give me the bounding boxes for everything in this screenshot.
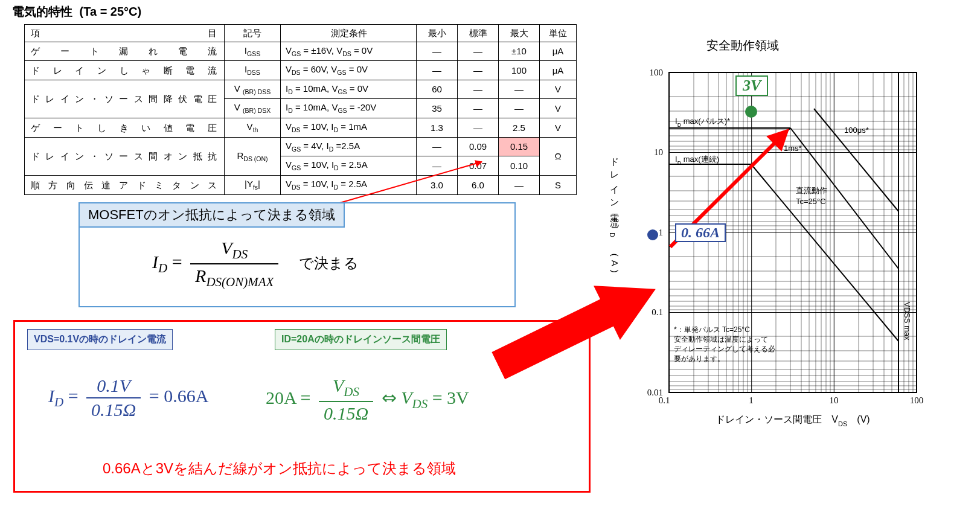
svg-text:100μs*: 100μs* — [844, 126, 869, 135]
equation-id-formula: ID = VDS RDS(ON)MAX で決まる — [152, 237, 359, 291]
table-header-row: 項目 記号 測定条件 最小 標準 最大 単位 — [25, 25, 577, 42]
svg-text:要があります。: 要があります。 — [674, 354, 725, 363]
table-row: 順方向伝達アドミタンス |Yfs| VDS = 10V, ID = 2.5A 3… — [25, 175, 577, 194]
tag-id-case: ID=20Aの時のドレインソース間電圧 — [275, 329, 447, 350]
col-unit: 単位 — [540, 25, 577, 42]
equation-box-header: MOSFETのオン抵抗によって決まる領域 — [78, 202, 345, 228]
svg-text:100: 100 — [910, 395, 924, 405]
col-symbol: 記号 — [225, 25, 281, 42]
svg-text:ディレーティングして考える必: ディレーティングして考える必 — [674, 345, 775, 353]
badge-3v: 3V — [735, 75, 768, 96]
calculation-green: 20A = VDS0.15Ω ⇔ VDS = 3V — [266, 374, 469, 425]
svg-text:*：単発パルス Tc=25°C: *：単発パルス Tc=25°C — [674, 325, 750, 334]
svg-text:ドレイン・ソース間電圧　VDS　(V): ドレイン・ソース間電圧 VDS (V) — [716, 414, 870, 427]
badge-066a: 0. 66A — [675, 223, 726, 242]
svg-text:10: 10 — [830, 395, 839, 405]
svg-text:Tc=25°C: Tc=25°C — [796, 197, 826, 206]
svg-text:0.01: 0.01 — [647, 388, 663, 397]
svg-text:VDSS max: VDSS max — [903, 302, 912, 341]
table-row: ドレインしゃ断電流 IDSS VDS = 60V, VGS = 0V — — 1… — [25, 61, 577, 80]
svg-text:100: 100 — [650, 68, 664, 77]
col-param: 項目 — [25, 25, 225, 42]
svg-text:直流動作: 直流動作 — [796, 186, 827, 195]
svg-text:10: 10 — [654, 147, 663, 157]
table-row: ゲート漏れ電流 IGSS VGS = ±16V, VDS = 0V — — ±1… — [25, 42, 577, 61]
col-min: 最小 — [417, 25, 458, 42]
section-title: 電気的特性 (Ta = 25°C) — [12, 4, 141, 20]
table-row: ゲートしきい値電圧 Vth VDS = 10V, ID = 1mA 1.3 — … — [25, 118, 577, 138]
svg-text:1: 1 — [659, 228, 664, 237]
table-row: ドレイン・ソース間降伏電圧 V (BR) DSS ID = 10mA, VGS … — [25, 80, 577, 99]
svg-text:ID max(パルス)*: ID max(パルス)* — [675, 117, 730, 128]
chart-title: 安全動作領域 — [706, 37, 779, 54]
point-blue-icon — [647, 229, 658, 240]
col-max: 最大 — [499, 25, 540, 42]
col-cond: 測定条件 — [281, 25, 417, 42]
svg-text:1: 1 — [749, 395, 754, 405]
svg-text:1ms*: 1ms* — [784, 144, 802, 153]
equation-box-on-resistance: MOSFETのオン抵抗によって決まる領域 ID = VDS RDS(ON)MAX… — [78, 202, 516, 307]
point-green-icon — [745, 106, 757, 118]
characteristics-table: 項目 記号 測定条件 最小 標準 最大 単位 ゲート漏れ電流 IGSS VGS … — [24, 24, 577, 195]
title-condition: (Ta = 25°C) — [80, 5, 142, 18]
chart-ylabel: ドレイン電流 ID (A) — [609, 151, 620, 277]
svg-text:0.1: 0.1 — [652, 307, 663, 317]
tag-vds-case: VDS=0.1Vの時のドレイン電流 — [27, 329, 173, 350]
soa-chart: 0.1 1 10 100 100 10 1 0.1 0.01 ドレイン・ソース間… — [633, 54, 947, 447]
conclusion-text: 0.66Aと3Vを結んだ線がオン抵抗によって決まる領域 — [103, 459, 456, 478]
highlighted-rdson-max: 0.15 — [499, 137, 540, 156]
svg-text:安全動作領域は温度によって: 安全動作領域は温度によって — [674, 335, 768, 344]
col-typ: 標準 — [458, 25, 499, 42]
calculation-blue: ID = 0.1V0.15Ω = 0.66A — [48, 374, 208, 421]
title-text: 電気的特性 — [12, 5, 72, 18]
table-row: ドレイン・ソース間オン抵抗 RDS (ON) VGS = 4V, ID =2.5… — [25, 137, 577, 156]
